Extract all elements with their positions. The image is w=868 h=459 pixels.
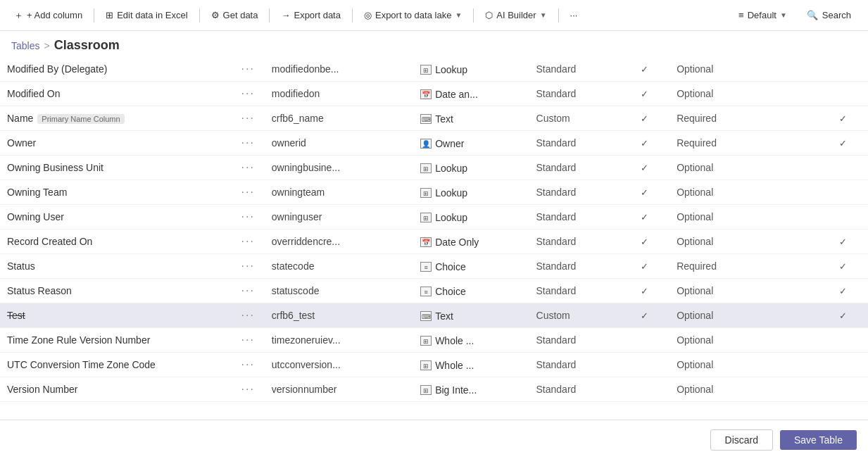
default-dropdown-arrow: ▼ (780, 11, 787, 19)
cell-logical-name: utcconversion... (265, 353, 413, 377)
type-label: Date Only (435, 237, 479, 248)
checkmark-icon: ✓ (641, 261, 648, 272)
type-icon: ⊞Lookup (420, 64, 467, 75)
ai-builder-button[interactable]: ⬡ AI Builder ▼ (479, 7, 552, 23)
more-options-icon[interactable]: ··· (241, 87, 255, 99)
cell-type-category: Standard (529, 279, 620, 303)
type-box-icon: ⊞ (420, 163, 432, 173)
cell-more-options[interactable]: ··· (232, 328, 265, 353)
cell-required: Optional (669, 57, 818, 82)
cell-required: Optional (669, 328, 818, 353)
more-options-icon[interactable]: ··· (241, 210, 255, 222)
breadcrumb-tables-link[interactable]: Tables (11, 40, 39, 51)
cell-required: Required (669, 254, 818, 279)
cell-more-options[interactable]: ··· (232, 57, 265, 82)
cell-more-options[interactable]: ··· (232, 180, 265, 205)
breadcrumb: Tables > Classroom (0, 31, 868, 57)
cell-more-options[interactable]: ··· (232, 353, 265, 377)
cell-logical-name: modifiedon (265, 82, 413, 106)
export-data-button[interactable]: → Export data (275, 7, 346, 23)
cell-type-category: Custom (529, 303, 620, 328)
table-row[interactable]: Time Zone Rule Version Number···timezone… (0, 328, 868, 353)
cell-logical-name: overriddencre... (265, 230, 413, 254)
table-container: Modified By (Delegate)···modifiedonbe...… (0, 57, 868, 412)
type-icon: ⊞Lookup (420, 212, 467, 223)
more-options-icon[interactable]: ··· (241, 309, 255, 321)
cell-more-options[interactable]: ··· (232, 254, 265, 279)
cell-check-searchable: ✓ (620, 279, 669, 303)
cell-more-options[interactable]: ··· (232, 230, 265, 254)
more-options-icon[interactable]: ··· (241, 334, 255, 346)
type-label: Choice (435, 261, 466, 272)
search-button[interactable]: 🔍 Search (798, 7, 860, 23)
table-row[interactable]: Status···statecode≡ChoiceStandard✓Requir… (0, 254, 868, 279)
table-row[interactable]: UTC Conversion Time Zone Code···utcconve… (0, 353, 868, 377)
cell-logical-name: statecode (265, 254, 413, 279)
cell-more-options[interactable]: ··· (232, 82, 265, 106)
type-box-icon: 📅 (420, 237, 432, 247)
type-box-icon: ⊞ (420, 213, 432, 222)
edit-excel-button[interactable]: ⊞ Edit data in Excel (100, 7, 193, 23)
lake-dropdown-arrow: ▼ (455, 11, 462, 19)
more-options-icon[interactable]: ··· (241, 284, 255, 296)
cell-more-options[interactable]: ··· (232, 303, 265, 328)
save-table-button[interactable]: Save Table (780, 430, 857, 450)
add-column-button[interactable]: ＋ + Add column (8, 6, 88, 25)
more-options-icon[interactable]: ··· (241, 112, 255, 124)
more-options-icon[interactable]: ··· (241, 358, 255, 370)
cell-more-options[interactable]: ··· (232, 106, 265, 131)
cell-more-options[interactable]: ··· (232, 279, 265, 303)
type-label: Owner (435, 138, 464, 149)
more-options-icon[interactable]: ··· (241, 383, 255, 395)
discard-button[interactable]: Discard (710, 429, 773, 451)
checkmark-icon: ✓ (641, 187, 648, 198)
cell-more-options[interactable]: ··· (232, 377, 265, 402)
type-box-icon: 📅 (420, 89, 432, 99)
cell-name: Status (0, 254, 232, 279)
toolbar: ＋ + Add column ⊞ Edit data in Excel ⚙ Ge… (0, 0, 868, 31)
cell-required: Optional (669, 353, 818, 377)
cell-more-options[interactable]: ··· (232, 156, 265, 180)
more-button[interactable]: ··· (565, 7, 584, 23)
default-button[interactable]: ≡ Default ▼ (733, 7, 793, 23)
cell-name: Test (0, 303, 232, 328)
checkmark2-icon: ✓ (839, 113, 847, 124)
table-row[interactable]: Owning Team···owningteam⊞LookupStandard✓… (0, 180, 868, 205)
table-row[interactable]: Test···crfb6_test⌨TextCustom✓Optional✓ (0, 303, 868, 328)
more-options-icon[interactable]: ··· (241, 137, 255, 149)
cell-check-searchable: ✓ (620, 180, 669, 205)
table-row[interactable]: Modified On···modifiedon📅Date an...Stand… (0, 82, 868, 106)
cell-check2 (818, 82, 868, 106)
table-row[interactable]: Modified By (Delegate)···modifiedonbe...… (0, 57, 868, 82)
cell-required: Optional (669, 156, 818, 180)
cell-logical-name: ownerid (265, 131, 413, 156)
table-row[interactable]: Status Reason···statuscode≡ChoiceStandar… (0, 279, 868, 303)
more-options-icon[interactable]: ··· (241, 161, 255, 173)
type-label: Lookup (435, 163, 467, 174)
export-lake-button[interactable]: ◎ Export to data lake ▼ (358, 7, 467, 23)
more-options-icon[interactable]: ··· (241, 63, 255, 75)
table-row[interactable]: Owner···ownerid👤OwnerStandard✓Required✓ (0, 131, 868, 156)
cell-logical-name: modifiedonbe... (265, 57, 413, 82)
type-icon: ⌨Text (420, 113, 453, 125)
more-options-icon[interactable]: ··· (241, 260, 255, 272)
checkmark-icon: ✓ (641, 89, 648, 99)
cell-check2: ✓ (818, 230, 868, 254)
separator-6 (558, 8, 559, 23)
more-options-icon[interactable]: ··· (241, 235, 255, 247)
ai-dropdown-arrow: ▼ (540, 11, 547, 19)
table-row[interactable]: Version Number···versionnumber⊞Big Inte.… (0, 377, 868, 402)
cell-more-options[interactable]: ··· (232, 205, 265, 230)
type-label: Big Inte... (435, 384, 477, 396)
table-row[interactable]: Owning User···owninguser⊞LookupStandard✓… (0, 205, 868, 230)
type-icon: ⌨Text (420, 310, 453, 322)
table-row[interactable]: NamePrimary Name Column···crfb6_name⌨Tex… (0, 106, 868, 131)
cell-logical-name: crfb6_test (265, 303, 413, 328)
type-label: Lookup (435, 64, 467, 75)
cell-more-options[interactable]: ··· (232, 131, 265, 156)
cell-check-searchable (620, 377, 669, 402)
table-row[interactable]: Record Created On···overriddencre...📅Dat… (0, 230, 868, 254)
get-data-button[interactable]: ⚙ Get data (206, 7, 264, 23)
more-options-icon[interactable]: ··· (241, 186, 255, 198)
table-row[interactable]: Owning Business Unit···owningbusine...⊞L… (0, 156, 868, 180)
